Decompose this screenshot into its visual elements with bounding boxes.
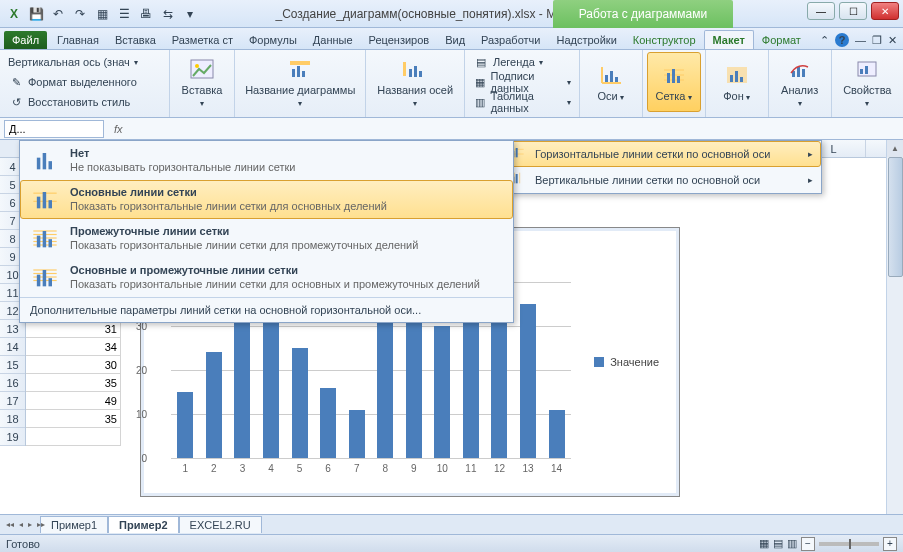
bar[interactable] — [520, 304, 536, 458]
svg-rect-37 — [43, 192, 47, 208]
svg-rect-2 — [290, 61, 310, 65]
help-icon[interactable]: ? — [835, 33, 849, 47]
chart-title-icon — [286, 55, 314, 83]
bar[interactable] — [206, 352, 222, 458]
cell[interactable]: 34 — [26, 338, 121, 356]
bar[interactable] — [377, 322, 393, 458]
save-icon[interactable]: 💾 — [26, 4, 46, 24]
sheet-tab[interactable]: Пример2 — [108, 516, 178, 533]
row-header[interactable]: 15 — [0, 356, 25, 374]
qat-icon[interactable]: ▦ — [92, 4, 112, 24]
cell[interactable]: 35 — [26, 410, 121, 428]
sheet-nav[interactable]: ◂◂◂▸▸▸ — [4, 520, 47, 529]
qat-icon[interactable]: ⇆ — [158, 4, 178, 24]
svg-rect-13 — [610, 71, 613, 82]
qat-dropdown-icon[interactable]: ▾ — [180, 4, 200, 24]
bar[interactable] — [177, 392, 193, 458]
x-tick: 13 — [520, 463, 536, 474]
cell[interactable]: 35 — [26, 374, 121, 392]
svg-rect-27 — [802, 69, 805, 77]
gallery-item-major[interactable]: Основные линии сеткиПоказать горизонталь… — [20, 180, 513, 219]
zoom-in-button[interactable]: + — [883, 537, 897, 551]
qat-icon[interactable]: ☰ — [114, 4, 134, 24]
tab-format[interactable]: Формат — [754, 31, 809, 49]
data-table-button[interactable]: ▥Таблица данных — [469, 92, 575, 112]
x-axis[interactable]: 1234567891011121314 — [171, 463, 571, 474]
bar[interactable] — [434, 326, 450, 458]
redo-icon[interactable]: ↷ — [70, 4, 90, 24]
data-labels-button[interactable]: ▦Подписи данных — [469, 72, 575, 92]
scroll-up-icon[interactable]: ▲ — [887, 140, 903, 157]
tab-home[interactable]: Главная — [49, 31, 107, 49]
row-header[interactable]: 14 — [0, 338, 25, 356]
bar[interactable] — [406, 308, 422, 458]
tab-file[interactable]: Файл — [4, 31, 47, 49]
axes-button[interactable]: Оси — [584, 52, 638, 112]
gallery-item-both[interactable]: Основные и промежуточные линии сеткиПока… — [20, 258, 513, 297]
zoom-out-button[interactable]: − — [801, 537, 815, 551]
selection-dropdown[interactable]: Вертикальная ось (знач — [4, 52, 165, 72]
view-break-icon[interactable]: ▥ — [787, 537, 797, 550]
doc-restore-icon[interactable]: ❐ — [872, 34, 882, 47]
reset-style-button[interactable]: ↺Восстановить стиль — [4, 92, 165, 112]
plot-area-button[interactable]: Фон — [710, 52, 764, 112]
gridlines-button[interactable]: Сетка — [647, 52, 701, 112]
fx-icon[interactable]: fx — [114, 123, 123, 135]
chart-title-button[interactable]: Название диаграммы — [239, 52, 361, 112]
row-header[interactable]: 18 — [0, 410, 25, 428]
row-header[interactable]: 16 — [0, 374, 25, 392]
legend-button[interactable]: ▤Легенда — [469, 52, 575, 72]
bar[interactable] — [463, 304, 479, 458]
cell[interactable] — [26, 428, 121, 446]
tab-design[interactable]: Конструктор — [625, 31, 704, 49]
maximize-button[interactable]: ☐ — [839, 2, 867, 20]
svg-rect-6 — [403, 62, 406, 76]
print-preview-icon[interactable]: 🖶 — [136, 4, 156, 24]
chart-legend[interactable]: Значение — [594, 356, 659, 368]
svg-rect-9 — [419, 71, 422, 77]
tab-developer[interactable]: Разработчи — [473, 31, 548, 49]
submenu-horizontal[interactable]: Горизонтальные линии сетки по основной о… — [501, 141, 821, 167]
sheet-tab[interactable]: Пример1 — [40, 516, 108, 533]
close-button[interactable]: ✕ — [871, 2, 899, 20]
cell[interactable]: 30 — [26, 356, 121, 374]
vertical-scrollbar[interactable]: ▲ ▼ — [886, 140, 903, 532]
bar[interactable] — [549, 410, 565, 458]
sheet-tab[interactable]: EXCEL2.RU — [179, 516, 262, 533]
row-header[interactable]: 19 — [0, 428, 25, 446]
bar[interactable] — [292, 348, 308, 458]
minimize-button[interactable]: — — [807, 2, 835, 20]
bar[interactable] — [349, 410, 365, 458]
properties-button[interactable]: Свойства — [836, 52, 899, 112]
svg-rect-53 — [49, 278, 53, 286]
cell[interactable]: 49 — [26, 392, 121, 410]
axis-titles-button[interactable]: Названия осей — [370, 52, 460, 112]
analysis-button[interactable]: Анализ — [773, 52, 827, 112]
minimize-ribbon-icon[interactable]: ⌃ — [820, 34, 829, 47]
tab-pagelayout[interactable]: Разметка ст — [164, 31, 241, 49]
submenu-vertical[interactable]: Вертикальные линии сетки по основной оси… — [501, 167, 821, 193]
sheet-tabs: ◂◂◂▸▸▸ Пример1 Пример2 EXCEL2.RU — [0, 514, 903, 534]
tab-view[interactable]: Вид — [437, 31, 473, 49]
undo-icon[interactable]: ↶ — [48, 4, 68, 24]
tab-review[interactable]: Рецензиров — [361, 31, 438, 49]
format-selection-button[interactable]: ✎Формат выделенного — [4, 72, 165, 92]
tab-insert[interactable]: Вставка — [107, 31, 164, 49]
view-layout-icon[interactable]: ▤ — [773, 537, 783, 550]
bar[interactable] — [320, 388, 336, 458]
tab-data[interactable]: Данные — [305, 31, 361, 49]
doc-close-icon[interactable]: ✕ — [888, 34, 897, 47]
gallery-more-options[interactable]: Дополнительные параметры линий сетки на … — [20, 297, 513, 322]
gallery-item-minor[interactable]: Промежуточные линии сеткиПоказать горизо… — [20, 219, 513, 258]
scroll-thumb[interactable] — [888, 157, 903, 277]
view-normal-icon[interactable]: ▦ — [759, 537, 769, 550]
doc-minimize-icon[interactable]: — — [855, 34, 866, 46]
insert-button[interactable]: Вставка — [174, 52, 230, 112]
row-header[interactable]: 17 — [0, 392, 25, 410]
tab-formulas[interactable]: Формулы — [241, 31, 305, 49]
tab-layout[interactable]: Макет — [704, 30, 754, 49]
name-box[interactable]: Д... — [4, 120, 104, 138]
x-tick: 1 — [177, 463, 193, 474]
tab-addins[interactable]: Надстройки — [548, 31, 624, 49]
gallery-item-none[interactable]: НетНе показывать горизонтальные линии се… — [20, 141, 513, 180]
